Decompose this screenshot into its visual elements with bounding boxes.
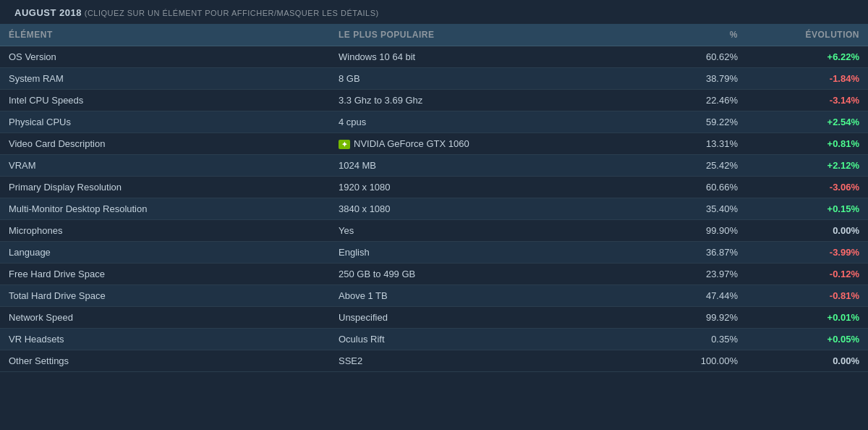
cell-percent: 22.46% — [625, 90, 746, 111]
popular-text: 4 cpus — [339, 117, 366, 127]
cell-evolution: +0.01% — [746, 307, 868, 329]
cell-evolution: -0.12% — [746, 264, 868, 285]
col-percent: % — [625, 24, 746, 46]
table-row[interactable]: OS VersionWindows 10 64 bit60.62%+6.22% — [0, 46, 868, 68]
main-container: AUGUST 2018 (CLIQUEZ SUR UN ÉLÉMENT POUR… — [0, 0, 868, 372]
cell-popular: ✦NVIDIA GeForce GTX 1060 — [330, 133, 625, 155]
cell-popular: 1024 MB — [330, 155, 625, 177]
popular-text: SSE2 — [339, 355, 362, 366]
cell-percent: 25.42% — [625, 155, 746, 177]
cell-popular: Windows 10 64 bit — [330, 46, 625, 68]
col-element: ÉLÉMENT — [0, 24, 330, 46]
cell-evolution: +6.22% — [746, 46, 868, 68]
cell-popular: 4 cpus — [330, 111, 625, 133]
popular-text: 1024 MB — [339, 160, 376, 171]
nvidia-icon: ✦ — [339, 140, 350, 149]
cell-element: Primary Display Resolution — [0, 177, 330, 198]
cell-percent: 47.44% — [625, 285, 746, 307]
cell-element: Intel CPU Speeds — [0, 90, 330, 111]
cell-percent: 23.97% — [625, 264, 746, 285]
cell-evolution: -3.14% — [746, 90, 868, 111]
cell-percent: 36.87% — [625, 242, 746, 264]
cell-evolution: +2.54% — [746, 111, 868, 133]
cell-percent: 99.90% — [625, 220, 746, 242]
cell-evolution: -0.81% — [746, 285, 868, 307]
table-row[interactable]: Other SettingsSSE2100.00%0.00% — [0, 350, 868, 372]
cell-element: OS Version — [0, 46, 330, 68]
table-row[interactable]: Total Hard Drive SpaceAbove 1 TB47.44%-0… — [0, 285, 868, 307]
popular-text: 8 GB — [339, 73, 360, 84]
cell-popular: 1920 x 1080 — [330, 177, 625, 198]
cell-popular: English — [330, 242, 625, 264]
table-row[interactable]: LanguageEnglish36.87%-3.99% — [0, 242, 868, 264]
cell-evolution: -3.06% — [746, 177, 868, 198]
cell-popular: 250 GB to 499 GB — [330, 264, 625, 285]
cell-evolution: +0.05% — [746, 329, 868, 350]
cell-percent: 13.31% — [625, 133, 746, 155]
cell-percent: 38.79% — [625, 68, 746, 90]
cell-evolution: +0.81% — [746, 133, 868, 155]
cell-element: Language — [0, 242, 330, 264]
header: AUGUST 2018 (CLIQUEZ SUR UN ÉLÉMENT POUR… — [0, 0, 868, 24]
cell-evolution: +2.12% — [746, 155, 868, 177]
table-row[interactable]: Physical CPUs4 cpus59.22%+2.54% — [0, 111, 868, 133]
col-evolution: ÉVOLUTION — [746, 24, 868, 46]
table-row[interactable]: Free Hard Drive Space250 GB to 499 GB23.… — [0, 264, 868, 285]
cell-popular: Above 1 TB — [330, 285, 625, 307]
table-header-row: ÉLÉMENT LE PLUS POPULAIRE % ÉVOLUTION — [0, 24, 868, 46]
cell-element: Microphones — [0, 220, 330, 242]
cell-element: VRAM — [0, 155, 330, 177]
cell-element: Physical CPUs — [0, 111, 330, 133]
popular-text: Windows 10 64 bit — [339, 51, 415, 62]
cell-popular: SSE2 — [330, 350, 625, 372]
table-row[interactable]: MicrophonesYes99.90%0.00% — [0, 220, 868, 242]
header-subtitle: (CLIQUEZ SUR UN ÉLÉMENT POUR AFFICHER/MA… — [85, 9, 379, 17]
col-popular: LE PLUS POPULAIRE — [330, 24, 625, 46]
table-row[interactable]: Intel CPU Speeds3.3 Ghz to 3.69 Ghz22.46… — [0, 90, 868, 111]
popular-text: 250 GB to 499 GB — [339, 269, 415, 279]
stats-table: ÉLÉMENT LE PLUS POPULAIRE % ÉVOLUTION OS… — [0, 24, 868, 372]
popular-text: 3.3 Ghz to 3.69 Ghz — [339, 95, 422, 106]
cell-popular: Oculus Rift — [330, 329, 625, 350]
cell-element: Free Hard Drive Space — [0, 264, 330, 285]
cell-evolution: -1.84% — [746, 68, 868, 90]
cell-element: Other Settings — [0, 350, 330, 372]
popular-text: Oculus Rift — [339, 334, 385, 345]
cell-popular: 3840 x 1080 — [330, 198, 625, 220]
cell-popular: Yes — [330, 220, 625, 242]
cell-percent: 59.22% — [625, 111, 746, 133]
cell-percent: 100.00% — [625, 350, 746, 372]
popular-text: Yes — [339, 225, 354, 236]
table-row[interactable]: Primary Display Resolution1920 x 108060.… — [0, 177, 868, 198]
cell-element: System RAM — [0, 68, 330, 90]
cell-percent: 99.92% — [625, 307, 746, 329]
cell-popular: 8 GB — [330, 68, 625, 90]
table-row[interactable]: Video Card Description✦NVIDIA GeForce GT… — [0, 133, 868, 155]
cell-evolution: +0.15% — [746, 198, 868, 220]
cell-percent: 35.40% — [625, 198, 746, 220]
popular-text: 3840 x 1080 — [339, 203, 391, 214]
table-row[interactable]: Network SpeedUnspecified99.92%+0.01% — [0, 307, 868, 329]
table-body: OS VersionWindows 10 64 bit60.62%+6.22%S… — [0, 46, 868, 372]
cell-percent: 60.62% — [625, 46, 746, 68]
cell-popular: 3.3 Ghz to 3.69 Ghz — [330, 90, 625, 111]
table-row[interactable]: System RAM8 GB38.79%-1.84% — [0, 68, 868, 90]
cell-percent: 60.66% — [625, 177, 746, 198]
table-row[interactable]: Multi-Monitor Desktop Resolution3840 x 1… — [0, 198, 868, 220]
cell-element: VR Headsets — [0, 329, 330, 350]
cell-percent: 0.35% — [625, 329, 746, 350]
table-row[interactable]: VR HeadsetsOculus Rift0.35%+0.05% — [0, 329, 868, 350]
cell-popular: Unspecified — [330, 307, 625, 329]
popular-text: English — [339, 247, 370, 258]
cell-element: Video Card Description — [0, 133, 330, 155]
header-month: AUGUST 2018 — [14, 7, 82, 18]
cell-evolution: 0.00% — [746, 220, 868, 242]
cell-evolution: 0.00% — [746, 350, 868, 372]
popular-text: NVIDIA GeForce GTX 1060 — [354, 138, 469, 149]
popular-text: 1920 x 1080 — [339, 182, 391, 193]
cell-element: Network Speed — [0, 307, 330, 329]
cell-element: Total Hard Drive Space — [0, 285, 330, 307]
table-row[interactable]: VRAM1024 MB25.42%+2.12% — [0, 155, 868, 177]
cell-evolution: -3.99% — [746, 242, 868, 264]
popular-text: Above 1 TB — [339, 290, 388, 301]
